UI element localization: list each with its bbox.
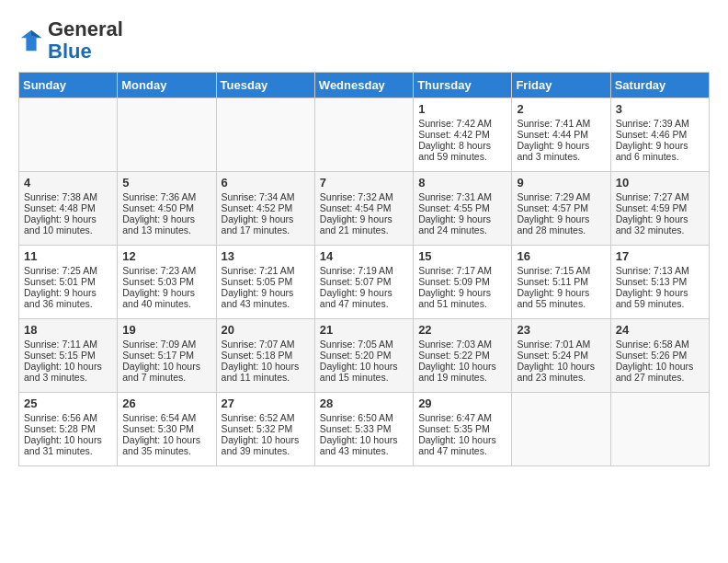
calendar-cell: 19Sunrise: 7:09 AMSunset: 5:17 PMDayligh…: [118, 319, 216, 393]
calendar-cell: 25Sunrise: 6:56 AMSunset: 5:28 PMDayligh…: [19, 393, 118, 466]
day-number: 3: [616, 102, 704, 116]
day-info: Daylight: 10 hours and 3 minutes.: [24, 361, 112, 383]
calendar-cell: 2Sunrise: 7:41 AMSunset: 4:44 PMDaylight…: [512, 98, 610, 172]
day-info: Sunset: 4:44 PM: [517, 129, 605, 140]
day-info: Sunrise: 7:38 AM: [24, 191, 112, 202]
day-number: 12: [122, 249, 210, 263]
day-info: Daylight: 8 hours and 59 minutes.: [418, 140, 506, 162]
day-number: 27: [222, 396, 310, 410]
day-info: Daylight: 9 hours and 55 minutes.: [517, 287, 605, 309]
day-number: 1: [418, 102, 506, 116]
day-number: 23: [517, 323, 605, 337]
calendar-week-1: 1Sunrise: 7:42 AMSunset: 4:42 PMDaylight…: [19, 98, 710, 172]
day-number: 29: [418, 396, 506, 410]
day-info: Daylight: 10 hours and 11 minutes.: [222, 361, 310, 383]
weekday-header-friday: Friday: [512, 73, 610, 98]
calendar-cell: [118, 98, 216, 172]
day-number: 26: [122, 396, 210, 410]
day-info: Sunrise: 7:32 AM: [320, 191, 408, 202]
day-info: Sunset: 5:33 PM: [320, 423, 408, 434]
day-info: Sunset: 4:48 PM: [24, 202, 112, 213]
day-info: Sunrise: 6:52 AM: [222, 412, 310, 423]
day-number: 13: [222, 249, 310, 263]
calendar-cell: 17Sunrise: 7:13 AMSunset: 5:13 PMDayligh…: [610, 246, 709, 319]
day-number: 19: [122, 323, 210, 337]
day-info: Sunset: 4:46 PM: [616, 129, 704, 140]
day-info: Daylight: 9 hours and 59 minutes.: [616, 287, 704, 309]
day-info: Sunset: 5:03 PM: [122, 276, 210, 287]
day-info: Sunrise: 7:27 AM: [616, 191, 704, 202]
calendar-cell: 12Sunrise: 7:23 AMSunset: 5:03 PMDayligh…: [118, 246, 216, 319]
day-info: Sunset: 5:18 PM: [222, 350, 310, 361]
day-info: Daylight: 9 hours and 43 minutes.: [222, 287, 310, 309]
day-info: Sunrise: 7:39 AM: [616, 118, 704, 129]
day-info: Sunset: 5:26 PM: [616, 350, 704, 361]
calendar-cell: 18Sunrise: 7:11 AMSunset: 5:15 PMDayligh…: [19, 319, 118, 393]
calendar-cell: 24Sunrise: 6:58 AMSunset: 5:26 PMDayligh…: [610, 319, 709, 393]
day-info: Daylight: 10 hours and 27 minutes.: [616, 361, 704, 383]
day-info: Sunset: 5:28 PM: [24, 423, 112, 434]
day-info: Daylight: 9 hours and 28 minutes.: [517, 213, 605, 236]
calendar-cell: 21Sunrise: 7:05 AMSunset: 5:20 PMDayligh…: [314, 319, 413, 393]
day-number: 17: [616, 249, 704, 263]
day-info: Sunrise: 7:21 AM: [222, 265, 310, 276]
day-number: 14: [320, 249, 408, 263]
day-info: Sunrise: 6:58 AM: [616, 339, 704, 350]
day-info: Daylight: 10 hours and 35 minutes.: [122, 434, 210, 456]
day-info: Sunrise: 7:03 AM: [418, 339, 506, 350]
calendar-cell: 28Sunrise: 6:50 AMSunset: 5:33 PMDayligh…: [314, 393, 413, 466]
calendar-cell: 23Sunrise: 7:01 AMSunset: 5:24 PMDayligh…: [512, 319, 610, 393]
day-info: Sunset: 5:01 PM: [24, 276, 112, 287]
calendar-cell: 6Sunrise: 7:34 AMSunset: 4:52 PMDaylight…: [216, 172, 314, 246]
day-number: 2: [517, 102, 605, 116]
weekday-header-wednesday: Wednesday: [314, 73, 413, 98]
day-info: Sunrise: 7:09 AM: [122, 339, 210, 350]
day-number: 28: [320, 396, 408, 410]
weekday-header-sunday: Sunday: [19, 73, 118, 98]
calendar-cell: 27Sunrise: 6:52 AMSunset: 5:32 PMDayligh…: [216, 393, 314, 466]
day-number: 6: [222, 176, 310, 190]
day-info: Daylight: 10 hours and 31 minutes.: [24, 434, 112, 456]
day-info: Daylight: 9 hours and 36 minutes.: [24, 287, 112, 309]
calendar-cell: 15Sunrise: 7:17 AMSunset: 5:09 PMDayligh…: [414, 246, 512, 319]
day-info: Sunrise: 7:41 AM: [517, 118, 605, 129]
day-info: Daylight: 10 hours and 19 minutes.: [418, 361, 506, 383]
calendar-cell: 20Sunrise: 7:07 AMSunset: 5:18 PMDayligh…: [216, 319, 314, 393]
day-info: Daylight: 10 hours and 47 minutes.: [418, 434, 506, 456]
day-info: Daylight: 10 hours and 7 minutes.: [122, 361, 210, 383]
day-info: Daylight: 10 hours and 23 minutes.: [517, 361, 605, 383]
day-number: 7: [320, 176, 408, 190]
day-info: Sunrise: 7:11 AM: [24, 339, 112, 350]
day-info: Sunrise: 7:05 AM: [320, 339, 408, 350]
day-info: Sunrise: 7:19 AM: [320, 265, 408, 276]
day-info: Sunrise: 7:15 AM: [517, 265, 605, 276]
day-number: 10: [616, 176, 704, 190]
day-info: Daylight: 9 hours and 47 minutes.: [320, 287, 408, 309]
page-header: General Blue: [18, 18, 710, 63]
day-info: Sunset: 5:20 PM: [320, 350, 408, 361]
day-info: Sunrise: 6:56 AM: [24, 412, 112, 423]
day-info: Sunset: 5:05 PM: [222, 276, 310, 287]
day-number: 21: [320, 323, 408, 337]
calendar-cell: 16Sunrise: 7:15 AMSunset: 5:11 PMDayligh…: [512, 246, 610, 319]
day-info: Sunrise: 7:01 AM: [517, 339, 605, 350]
day-info: Sunset: 5:15 PM: [24, 350, 112, 361]
day-info: Daylight: 9 hours and 24 minutes.: [418, 213, 506, 236]
day-info: Sunset: 5:11 PM: [517, 276, 605, 287]
day-number: 22: [418, 323, 506, 337]
day-info: Sunset: 5:22 PM: [418, 350, 506, 361]
day-info: Sunrise: 6:47 AM: [418, 412, 506, 423]
day-info: Daylight: 9 hours and 10 minutes.: [24, 213, 112, 236]
day-number: 24: [616, 323, 704, 337]
weekday-header-tuesday: Tuesday: [216, 73, 314, 98]
calendar-week-5: 25Sunrise: 6:56 AMSunset: 5:28 PMDayligh…: [19, 393, 710, 466]
day-info: Sunset: 4:59 PM: [616, 202, 704, 213]
day-info: Daylight: 9 hours and 17 minutes.: [222, 213, 310, 236]
day-info: Daylight: 10 hours and 39 minutes.: [222, 434, 310, 456]
calendar-cell: 3Sunrise: 7:39 AMSunset: 4:46 PMDaylight…: [610, 98, 709, 172]
day-info: Sunset: 4:42 PM: [418, 129, 506, 140]
calendar-cell: 29Sunrise: 6:47 AMSunset: 5:35 PMDayligh…: [414, 393, 512, 466]
calendar-cell: 22Sunrise: 7:03 AMSunset: 5:22 PMDayligh…: [414, 319, 512, 393]
calendar-cell: 4Sunrise: 7:38 AMSunset: 4:48 PMDaylight…: [19, 172, 118, 246]
day-info: Sunset: 5:30 PM: [122, 423, 210, 434]
